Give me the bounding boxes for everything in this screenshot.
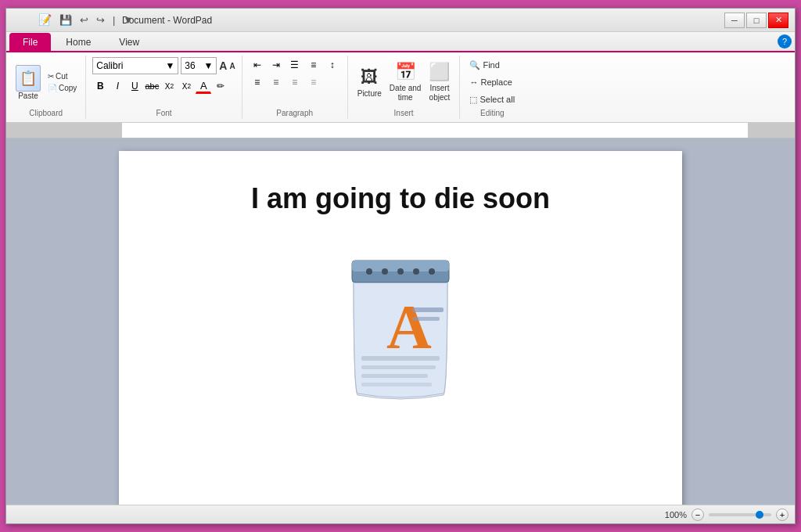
align-right-button[interactable]: ≡ <box>286 74 304 90</box>
zoom-in-button[interactable]: + <box>776 509 788 521</box>
superscript-button[interactable]: X2 <box>178 78 194 94</box>
picture-icon: 🖼 <box>361 67 378 88</box>
editing-controls: 🔍 Find ↔ Replace ⬚ Select all <box>466 57 518 107</box>
para-align-row: ≡ ≡ ≡ ≡ <box>249 74 322 90</box>
redo-quick-btn[interactable]: ↪ <box>94 13 107 27</box>
increase-indent-button[interactable]: ⇥ <box>268 57 285 73</box>
zoom-level-text: 100% <box>665 510 687 519</box>
font-group-label: Font <box>156 109 172 117</box>
app-icon: 📝 <box>36 13 54 27</box>
font-controls: Calibri ▼ 36 ▼ A A B I U abc X2 X <box>92 57 235 97</box>
window: 📝 💾 ↩ ↪ | ▼ Document - WordPad ─ □ ✕ Fil… <box>5 8 796 524</box>
cut-copy-buttons: ✂ Cut 📄 Copy <box>45 71 79 93</box>
editing-group: 🔍 Find ↔ Replace ⬚ Select all Editing <box>460 56 524 119</box>
zoom-out-button[interactable]: − <box>691 509 704 521</box>
object-icon: ⬜ <box>429 62 450 82</box>
clipboard-group: 📋 Paste ✂ Cut 📄 Copy Clipboard <box>6 56 86 119</box>
wordpad-svg: A <box>338 246 463 403</box>
bold-button[interactable]: B <box>92 78 108 94</box>
ruler <box>6 123 795 138</box>
svg-rect-12 <box>361 374 428 378</box>
zoom-slider[interactable] <box>709 513 771 516</box>
cut-button[interactable]: ✂ Cut <box>45 71 79 81</box>
main-area: I am going to die soon <box>6 138 795 505</box>
tab-view[interactable]: View <box>106 33 153 51</box>
font-shrink-button[interactable]: A <box>229 62 235 70</box>
font-group: Calibri ▼ 36 ▼ A A B I U abc X2 X <box>86 56 242 119</box>
clipboard-content: 📋 Paste ✂ Cut 📄 Copy <box>13 57 79 107</box>
paragraph-group: ⇤ ⇥ ☰ ≡ ↕ ≡ ≡ ≡ ≡ Paragraph <box>242 56 348 119</box>
quick-access-toolbar: 📝 💾 ↩ ↪ | ▼ <box>30 13 142 27</box>
tab-file[interactable]: File <box>9 33 51 51</box>
underline-button[interactable]: U <box>127 78 142 94</box>
svg-rect-11 <box>361 365 436 369</box>
svg-point-3 <box>382 268 388 275</box>
ruler-content <box>122 123 748 138</box>
document-content[interactable]: I am going to die soon <box>166 182 635 215</box>
scissors-icon: ✂ <box>48 72 54 81</box>
copy-icon: 📄 <box>48 84 57 92</box>
svg-point-4 <box>397 268 404 275</box>
find-icon: 🔍 <box>469 60 480 70</box>
insert-controls: 🖼 Picture 📅 Date and time ⬜ Insert objec… <box>354 57 454 107</box>
ribbon: 📋 Paste ✂ Cut 📄 Copy Clipboard <box>6 52 795 123</box>
svg-rect-10 <box>361 356 440 361</box>
picture-button[interactable]: 🖼 Picture <box>354 66 385 99</box>
title-bar: 📝 💾 ↩ ↪ | ▼ Document - WordPad ─ □ ✕ <box>6 9 795 32</box>
insert-object-button[interactable]: ⬜ Insert object <box>426 60 453 104</box>
svg-point-2 <box>366 268 372 275</box>
copy-button[interactable]: 📄 Copy <box>45 83 79 93</box>
svg-text:A: A <box>386 293 432 361</box>
subscript-button[interactable]: X2 <box>161 78 177 94</box>
italic-button[interactable]: I <box>110 78 125 94</box>
numbering-button[interactable]: ≡ <box>305 57 322 73</box>
select-all-icon: ⬚ <box>469 95 477 105</box>
insert-group: 🖼 Picture 📅 Date and time ⬜ Insert objec… <box>348 56 461 119</box>
save-quick-btn[interactable]: 💾 <box>57 13 74 27</box>
align-center-button[interactable]: ≡ <box>268 74 285 90</box>
quick-access-dropdown[interactable]: ▼ <box>120 13 135 27</box>
wordpad-icon: A <box>338 246 463 403</box>
highlight-button[interactable]: ✏ <box>213 78 228 94</box>
font-size-chevron: ▼ <box>203 60 213 71</box>
clipboard-label: Clipboard <box>29 109 63 117</box>
para-top-row: ⇤ ⇥ ☰ ≡ ↕ <box>249 57 341 73</box>
paragraph-controls: ⇤ ⇥ ☰ ≡ ↕ ≡ ≡ ≡ ≡ <box>249 57 341 107</box>
status-bar: 100% − + <box>6 505 795 523</box>
line-spacing-button[interactable]: ↕ <box>324 57 341 73</box>
strikethrough-button[interactable]: abc <box>144 78 160 94</box>
paragraph-label: Paragraph <box>276 109 313 117</box>
help-button[interactable]: ? <box>778 34 792 49</box>
close-button[interactable]: ✕ <box>768 13 788 28</box>
paste-button[interactable]: 📋 Paste <box>13 63 44 102</box>
tab-home[interactable]: Home <box>52 33 104 51</box>
font-name-dropdown[interactable]: Calibri ▼ <box>92 57 178 74</box>
bullets-button[interactable]: ☰ <box>286 57 304 73</box>
maximize-button[interactable]: □ <box>746 13 767 28</box>
date-time-button[interactable]: 📅 Date and time <box>386 60 425 104</box>
font-color-button[interactable]: A <box>196 78 211 94</box>
select-all-button[interactable]: ⬚ Select all <box>466 92 518 107</box>
tab-bar: File Home View ? <box>6 32 795 52</box>
find-button[interactable]: 🔍 Find <box>466 57 502 73</box>
replace-icon: ↔ <box>469 77 478 87</box>
calendar-icon: 📅 <box>395 62 416 82</box>
separator: | <box>110 13 117 27</box>
justify-button[interactable]: ≡ <box>305 74 322 90</box>
font-top-row: Calibri ▼ 36 ▼ A A <box>92 57 235 74</box>
font-size-dropdown[interactable]: 36 ▼ <box>181 57 217 74</box>
window-title: Document - WordPad <box>122 15 724 26</box>
svg-rect-8 <box>412 307 444 312</box>
align-left-button[interactable]: ≡ <box>249 74 266 90</box>
decrease-indent-button[interactable]: ⇤ <box>249 57 266 73</box>
svg-point-5 <box>413 268 419 275</box>
font-format-row: B I U abc X2 X2 A ✏ <box>92 78 228 94</box>
zoom-thumb[interactable] <box>756 511 763 519</box>
undo-quick-btn[interactable]: ↩ <box>77 13 91 27</box>
font-grow-button[interactable]: A <box>219 59 227 72</box>
window-controls: ─ □ ✕ <box>724 13 788 28</box>
document-page[interactable]: I am going to die soon <box>119 151 682 505</box>
editing-label: Editing <box>480 109 505 117</box>
minimize-button[interactable]: ─ <box>724 13 745 28</box>
replace-button[interactable]: ↔ Replace <box>466 74 515 90</box>
